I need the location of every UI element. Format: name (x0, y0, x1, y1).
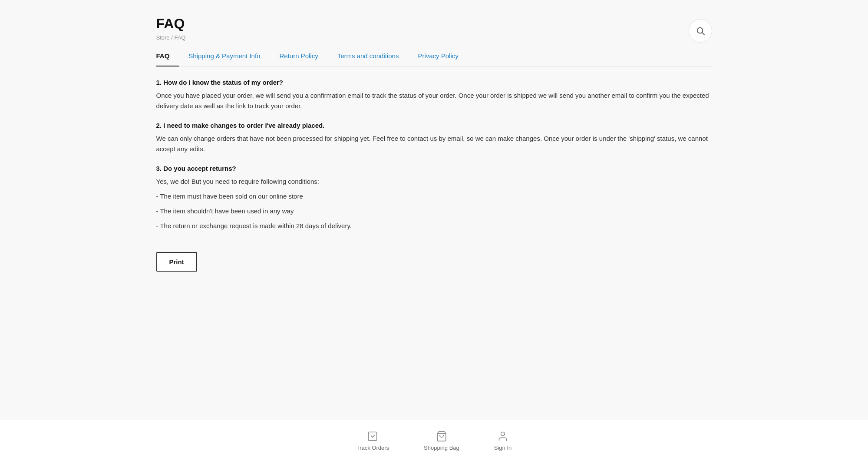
footer-sign-in-label: Sign In (494, 445, 512, 451)
tab-privacy[interactable]: Privacy Policy (408, 47, 468, 66)
footer: Track Orders Shopping Bag Sign In (0, 420, 868, 458)
list-item: - The item must have been sold on our on… (156, 191, 712, 202)
faq-question-1: 1. How do I know the status of my order? (156, 79, 712, 86)
page-title: FAQ (156, 16, 186, 32)
tab-return[interactable]: Return Policy (270, 47, 327, 66)
faq-content: 1. How do I know the status of my order?… (156, 79, 712, 272)
faq-item-2: 2. I need to make changes to order I've … (156, 122, 712, 154)
faq-item-1: 1. How do I know the status of my order?… (156, 79, 712, 111)
footer-shopping-bag-label: Shopping Bag (424, 445, 459, 451)
svg-point-4 (501, 432, 505, 436)
footer-sign-in[interactable]: Sign In (494, 431, 512, 451)
svg-line-1 (702, 33, 704, 35)
list-item: - The item shouldn't have been used in a… (156, 206, 712, 216)
shopping-bag-icon (436, 431, 447, 442)
faq-question-2: 2. I need to make changes to order I've … (156, 122, 712, 129)
list-item: - The return or exchange request is made… (156, 221, 712, 231)
faq-item-3: 3. Do you accept returns? Yes, we do! Bu… (156, 165, 712, 231)
track-orders-icon (367, 431, 378, 442)
faq-answer-3: Yes, we do! But you need to require foll… (156, 176, 712, 187)
tab-faq[interactable]: FAQ (156, 47, 179, 66)
print-button[interactable]: Print (156, 252, 197, 272)
tab-shipping[interactable]: Shipping & Payment Info (179, 47, 270, 66)
breadcrumb-store: Store (156, 34, 170, 41)
tab-terms[interactable]: Terms and conditions (328, 47, 409, 66)
footer-shopping-bag[interactable]: Shopping Bag (424, 431, 459, 451)
breadcrumb-current: FAQ (174, 34, 185, 41)
faq-question-3: 3. Do you accept returns? (156, 165, 712, 172)
footer-track-orders[interactable]: Track Orders (356, 431, 389, 451)
faq-answer-1: Once you have placed your order, we will… (156, 90, 712, 111)
search-icon (696, 26, 705, 36)
svg-rect-2 (369, 432, 377, 441)
breadcrumb: Store / FAQ (156, 34, 186, 41)
faq-answer-2: We can only change orders that have not … (156, 133, 712, 154)
search-button[interactable] (689, 19, 712, 43)
nav-tabs: FAQ Shipping & Payment Info Return Polic… (156, 47, 712, 66)
sign-in-icon (497, 431, 508, 442)
faq-list-3: - The item must have been sold on our on… (156, 191, 712, 231)
footer-track-orders-label: Track Orders (356, 445, 389, 451)
